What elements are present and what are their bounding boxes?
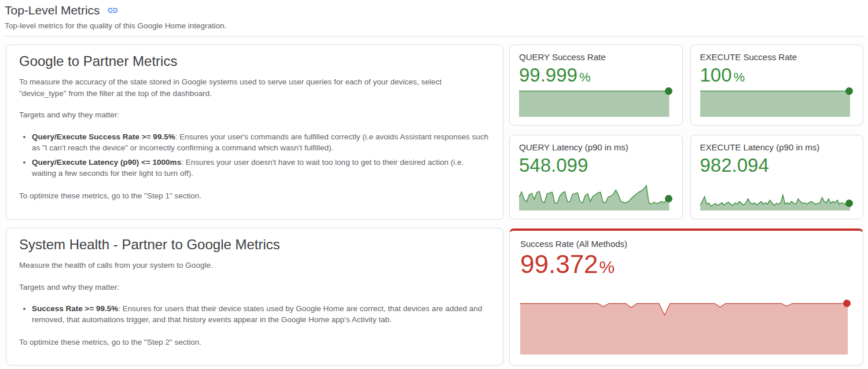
system-health-card: System Health - Partner to Google Metric… bbox=[6, 228, 503, 366]
latest-point-dot bbox=[665, 195, 672, 202]
metric-label: EXECUTE Latency (p90 in ms) bbox=[700, 142, 854, 152]
card-title: System Health - Partner to Google Metric… bbox=[19, 237, 490, 253]
execute-latency-card: EXECUTE Latency (p90 in ms) 982.094 bbox=[690, 135, 864, 219]
page-subtitle: Top-level metrics for the quality of thi… bbox=[5, 21, 863, 30]
latest-point-dot bbox=[843, 300, 851, 307]
dashboard-content: Google to Partner Metrics To measure the… bbox=[0, 36, 868, 369]
latest-point-dot bbox=[845, 200, 853, 207]
metric-value: 99.372% bbox=[520, 250, 851, 279]
execute-success-sparkline[interactable] bbox=[700, 90, 851, 117]
card-title: Google to Partner Metrics bbox=[19, 53, 490, 69]
targets-list: Query/Execute Success Rate >= 99.5%: Ens… bbox=[19, 131, 490, 179]
section-header: Top-Level Metrics Top-level metrics for … bbox=[0, 0, 868, 36]
optimize-note: To optimize these metrics, go to the "St… bbox=[19, 190, 490, 202]
success-all-sparkline[interactable] bbox=[520, 301, 848, 355]
execute-success-rate-card: EXECUTE Success Rate 100% bbox=[690, 45, 864, 126]
right-column: QUERY Success Rate 99.999% EXECUTE Succe… bbox=[509, 45, 863, 366]
list-item: Query/Execute Latency (p90) <= 1000ms: E… bbox=[32, 157, 490, 179]
metric-label: EXECUTE Success Rate bbox=[700, 52, 854, 62]
metric-value: 100% bbox=[700, 64, 854, 86]
latest-point-dot bbox=[845, 87, 853, 95]
google-to-partner-card: Google to Partner Metrics To measure the… bbox=[6, 45, 503, 220]
list-item: Query/Execute Success Rate >= 99.5%: Ens… bbox=[32, 131, 490, 153]
page-title: Top-Level Metrics bbox=[5, 3, 100, 17]
metric-label: QUERY Latency (p90 in ms) bbox=[519, 142, 673, 152]
card-intro: To measure the accuracy of the state sto… bbox=[19, 76, 490, 99]
metric-value: 982.094 bbox=[700, 154, 854, 176]
dashboard-page: Top-Level Metrics Top-level metrics for … bbox=[0, 0, 868, 369]
targets-heading: Targets and why they matter: bbox=[19, 109, 490, 121]
optimize-note: To optimize these metrics, go to the "St… bbox=[19, 337, 490, 348]
metric-label: QUERY Success Rate bbox=[519, 52, 673, 62]
query-success-rate-card: QUERY Success Rate 99.999% bbox=[509, 45, 683, 126]
query-latency-sparkline[interactable] bbox=[519, 184, 670, 211]
query-success-sparkline[interactable] bbox=[519, 90, 670, 117]
metric-value: 99.999% bbox=[519, 64, 673, 86]
execute-latency-sparkline[interactable] bbox=[700, 184, 851, 211]
list-item: Success Rate >= 99.5%: Ensures for users… bbox=[32, 303, 490, 325]
targets-list: Success Rate >= 99.5%: Ensures for users… bbox=[19, 303, 490, 325]
targets-heading: Targets and why they matter: bbox=[19, 282, 490, 293]
latest-point-dot bbox=[665, 87, 672, 95]
query-latency-card: QUERY Latency (p90 in ms) 548.099 bbox=[509, 135, 683, 219]
metric-label: Success Rate (All Methods) bbox=[520, 239, 851, 249]
success-rate-all-methods-card: Success Rate (All Methods) 99.372% bbox=[509, 228, 863, 366]
left-column: Google to Partner Metrics To measure the… bbox=[6, 45, 503, 366]
anchor-link-icon[interactable] bbox=[107, 5, 119, 16]
metric-value: 548.099 bbox=[519, 154, 673, 176]
card-intro: Measure the health of calls from your sy… bbox=[19, 260, 490, 271]
